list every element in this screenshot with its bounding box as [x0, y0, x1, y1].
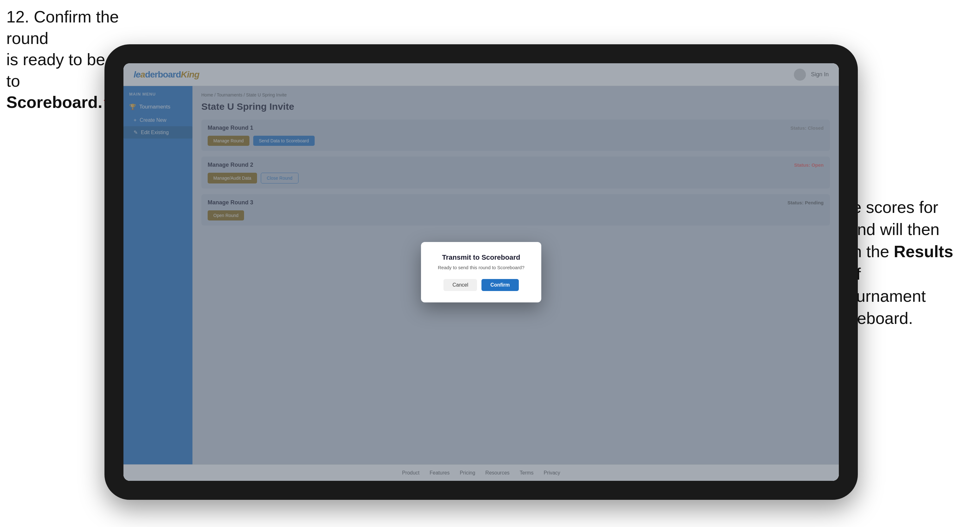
modal-buttons: Cancel Confirm: [434, 279, 529, 291]
tablet-shell: leaderboardKing Sign In MAIN MENU 🏆 Tour…: [105, 44, 858, 500]
tablet-screen: leaderboardKing Sign In MAIN MENU 🏆 Tour…: [123, 63, 839, 481]
modal-subtitle: Ready to send this round to Scoreboard?: [434, 265, 529, 270]
annotation-line1: 12. Confirm the round: [6, 8, 119, 48]
annotation-right-line4: Results: [894, 242, 953, 261]
modal-box: Transmit to Scoreboard Ready to send thi…: [421, 242, 541, 302]
modal-confirm-button[interactable]: Confirm: [482, 279, 519, 291]
modal-title: Transmit to Scoreboard: [434, 253, 529, 262]
modal-backdrop: Transmit to Scoreboard Ready to send thi…: [123, 63, 839, 481]
modal-cancel-button[interactable]: Cancel: [444, 279, 477, 291]
annotation-line3: Scoreboard.: [6, 93, 102, 111]
